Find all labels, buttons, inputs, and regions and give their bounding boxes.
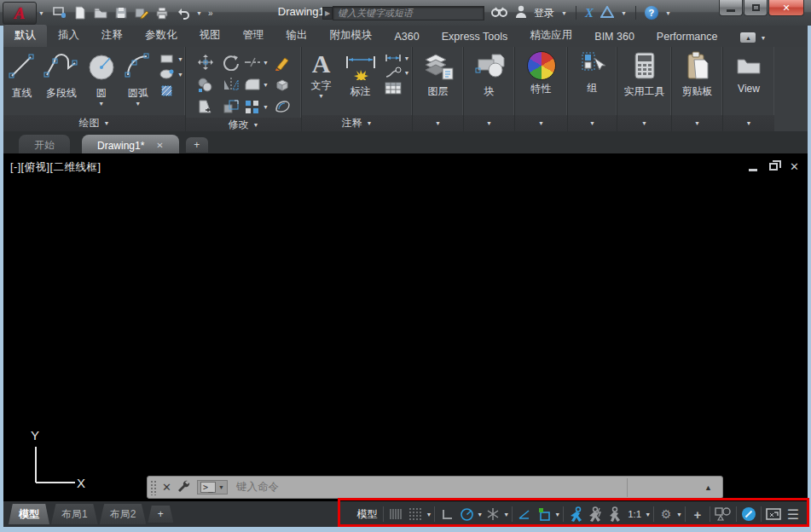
annotation-scale-button[interactable]: 1:1	[625, 504, 644, 524]
array-caret-icon[interactable]: ▼	[263, 104, 269, 110]
maximize-button[interactable]	[744, 0, 768, 16]
layers-button[interactable]: 图层	[414, 49, 462, 99]
text-button[interactable]: A 文字 ▼	[303, 49, 340, 99]
offset-button[interactable]	[269, 95, 295, 118]
infocenter-search-input[interactable]: 键入关键字或短语	[333, 6, 484, 20]
tab-performance[interactable]: Performance	[646, 27, 729, 47]
exchange-apps-icon[interactable]: X	[585, 6, 594, 20]
workspace-icon[interactable]	[53, 6, 67, 20]
isometric-drafting-button[interactable]	[484, 504, 502, 524]
search-binoculars-icon[interactable]	[491, 5, 508, 21]
tab-parametric[interactable]: 参数化	[134, 25, 188, 47]
command-grip-handle[interactable]	[150, 480, 157, 495]
copy-button[interactable]	[193, 73, 218, 95]
drawing-restore-icon[interactable]	[769, 163, 778, 171]
open-file-icon[interactable]	[94, 6, 108, 20]
trim-caret-icon[interactable]: ▼	[263, 60, 269, 66]
mirror-button[interactable]	[218, 73, 244, 95]
drawing-close-icon[interactable]: ✕	[790, 160, 799, 173]
command-history-up-icon[interactable]: ▲	[704, 483, 712, 492]
command-input[interactable]: 键入命令	[236, 480, 279, 494]
new-drawing-tab-button[interactable]: +	[186, 137, 208, 153]
file-tab-drawing1[interactable]: Drawing1* ✕	[82, 135, 179, 153]
command-customize-wrench-icon[interactable]	[177, 479, 190, 495]
annotation-autoscale-button[interactable]	[586, 504, 605, 524]
tab-express-tools[interactable]: Express Tools	[431, 27, 519, 47]
user-icon[interactable]	[515, 5, 527, 21]
polar-tracking-button[interactable]	[457, 504, 476, 524]
tab-featured-apps[interactable]: 精选应用	[518, 25, 583, 47]
arc-caret-icon[interactable]: ▼	[135, 101, 141, 107]
file-tab-start[interactable]: 开始	[19, 135, 70, 153]
dimension-button[interactable]: 标注	[340, 49, 381, 99]
annotation-visibility-button[interactable]	[566, 504, 585, 524]
rectangle-caret-icon[interactable]: ▼	[177, 56, 183, 62]
polar-caret-icon[interactable]: ▼	[477, 512, 483, 518]
drawing-minimize-icon[interactable]	[749, 169, 757, 171]
panel-block-footer[interactable]: ▼	[464, 115, 514, 131]
clipboard-button[interactable]: 剪贴板	[674, 49, 721, 99]
annotation-monitor-button[interactable]: +	[688, 504, 707, 524]
minimize-button[interactable]	[719, 0, 743, 16]
command-line-bar[interactable]: ✕ >_ ▼ 键入命令 ▲	[147, 476, 723, 499]
qat-more-icon[interactable]: »	[208, 9, 211, 18]
search-go-icon[interactable]: ▶	[322, 7, 333, 20]
ribbon-minimize-control[interactable]: ▲ ▼	[740, 32, 766, 43]
circle-caret-icon[interactable]: ▼	[98, 101, 104, 107]
object-snap-tracking-button[interactable]	[515, 504, 534, 524]
new-layout-button[interactable]: +	[148, 506, 173, 523]
snap-caret-icon[interactable]: ▼	[426, 512, 432, 518]
panel-properties-footer[interactable]: ▼	[515, 115, 567, 131]
layout-tab-layout1[interactable]: 布局1	[51, 504, 98, 524]
tab-view[interactable]: 视图	[188, 25, 232, 47]
annotation-scale-icon[interactable]	[605, 504, 624, 524]
file-tab-close-icon[interactable]: ✕	[156, 141, 163, 150]
object-snap-button[interactable]	[535, 504, 553, 524]
app-menu-caret-icon[interactable]: ▼	[38, 10, 44, 16]
graphics-performance-button[interactable]	[739, 504, 758, 524]
ribbon-minimize-caret-icon[interactable]: ▼	[760, 35, 766, 41]
command-recent-button[interactable]: >_ ▼	[197, 480, 228, 494]
fillet-button[interactable]: ▼	[244, 73, 269, 95]
tab-annotate[interactable]: 注释	[90, 25, 134, 47]
polyline-button[interactable]: 多段线	[40, 49, 84, 101]
panel-view-footer[interactable]: ▼	[723, 115, 774, 131]
utilities-button[interactable]: 实用工具	[618, 49, 671, 99]
ellipse-button[interactable]: ▼	[159, 68, 183, 80]
erase-button[interactable]	[269, 51, 295, 73]
customization-button[interactable]: ☰	[784, 504, 802, 524]
help-caret-icon[interactable]: ▼	[665, 10, 671, 16]
panel-draw-footer[interactable]: 绘图▼	[3, 115, 185, 131]
block-button[interactable]: 块	[466, 49, 513, 99]
leader-button[interactable]: ▼	[385, 66, 410, 78]
trim-button[interactable]: ▼	[244, 51, 269, 73]
isodraft-caret-icon[interactable]: ▼	[503, 512, 509, 518]
move-button[interactable]	[193, 51, 218, 73]
tab-output[interactable]: 输出	[275, 25, 319, 47]
view-button[interactable]: View	[725, 49, 773, 95]
a360-icon[interactable]	[600, 6, 614, 20]
layout-tab-layout2[interactable]: 布局2	[100, 504, 147, 524]
tab-a360[interactable]: A360	[384, 27, 431, 47]
scale-button[interactable]	[218, 95, 244, 118]
viewport-controls[interactable]: [-][俯视][二维线框]	[10, 160, 101, 175]
table-button[interactable]	[385, 82, 410, 95]
layout-tab-model[interactable]: 模型	[9, 504, 49, 524]
arc-button[interactable]: 圆弧 ▼	[119, 49, 156, 107]
save-icon[interactable]	[114, 6, 129, 20]
snap-mode-button[interactable]	[386, 504, 405, 524]
panel-layers-footer[interactable]: ▼	[413, 115, 463, 131]
undo-icon[interactable]	[176, 6, 190, 20]
close-button[interactable]: ✕	[768, 0, 804, 16]
a360-caret-icon[interactable]: ▼	[621, 10, 627, 16]
panel-modify-footer[interactable]: 修改▼	[186, 118, 301, 132]
scale-caret-icon[interactable]: ▼	[645, 512, 651, 518]
tab-manage[interactable]: 管理	[232, 25, 275, 47]
ellipse-caret-icon[interactable]: ▼	[177, 72, 183, 78]
explode-button[interactable]	[269, 73, 295, 95]
rectangle-button[interactable]: ▼	[159, 53, 183, 65]
ortho-mode-button[interactable]	[437, 504, 456, 524]
circle-button[interactable]: 圆 ▼	[83, 49, 119, 107]
sign-in-caret-icon[interactable]: ▼	[561, 10, 567, 16]
rotate-button[interactable]	[218, 51, 244, 73]
